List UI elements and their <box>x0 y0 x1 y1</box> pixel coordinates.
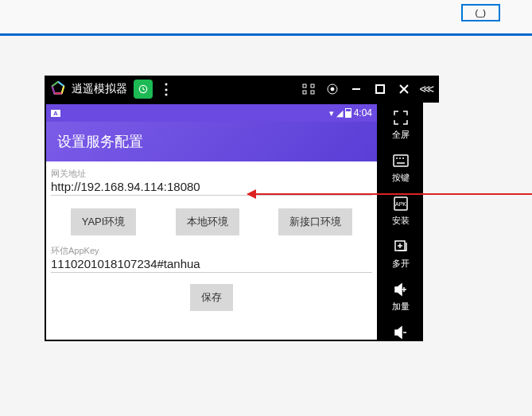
volume-down-button[interactable] <box>392 324 410 341</box>
gateway-value[interactable]: http://192.168.94.114:18080 <box>51 180 372 193</box>
emulator-titlebar: 逍遥模拟器 ⋮ <<< <box>45 76 439 103</box>
signal-icon: ◢ <box>336 108 343 119</box>
aspect-ratio-icon[interactable] <box>297 77 320 101</box>
svg-text:APK: APK <box>395 201 406 207</box>
target-icon[interactable] <box>320 77 344 101</box>
maximize-icon[interactable] <box>368 77 392 101</box>
app-header: 设置服务配置 <box>46 122 377 161</box>
close-icon[interactable] <box>392 77 416 101</box>
keys-button[interactable]: 按键 <box>392 152 410 184</box>
appkey-value[interactable]: 1110201018107234#tanhua <box>51 257 372 270</box>
status-clock: 4:04 <box>354 107 372 119</box>
local-env-button[interactable]: 本地环境 <box>176 208 239 235</box>
screenshot-container: 逍遥模拟器 ⋮ <<< A ▾ ◢ 4:04 <box>45 76 532 341</box>
svg-rect-8 <box>376 85 384 93</box>
svg-rect-1 <box>303 84 306 87</box>
gateway-label: 网关地址 <box>51 168 372 180</box>
wifi-icon: ▾ <box>329 108 334 119</box>
battery-icon <box>345 108 351 118</box>
more-menu-icon[interactable]: ⋮ <box>159 80 173 98</box>
svg-rect-3 <box>303 91 306 94</box>
refresh-button[interactable] <box>134 80 153 99</box>
parent-button[interactable]: (_) <box>461 4 500 21</box>
multi-icon <box>392 238 410 255</box>
svg-rect-4 <box>311 91 314 94</box>
yapi-env-button[interactable]: YAPI环境 <box>71 208 137 235</box>
emulator-logo-icon <box>49 80 67 98</box>
multi-instance-button[interactable]: 多开 <box>392 238 410 270</box>
parent-window-fragment: (_) <box>0 0 532 36</box>
svg-point-6 <box>331 87 334 91</box>
fullscreen-button[interactable]: 全屏 <box>392 109 410 141</box>
volume-up-button[interactable]: 加量 <box>392 281 410 313</box>
android-screen: A ▾ ◢ 4:04 设置服务配置 网关地址 http://192.168.94… <box>45 103 379 341</box>
appkey-label: 环信AppKey <box>51 245 372 257</box>
svg-rect-11 <box>394 155 408 166</box>
fullscreen-icon <box>392 109 410 126</box>
app-title: 设置服务配置 <box>57 132 143 151</box>
apk-icon: APK <box>392 195 410 212</box>
emulator-body: A ▾ ◢ 4:04 设置服务配置 网关地址 http://192.168.94… <box>45 103 439 341</box>
newapi-env-button[interactable]: 新接口环境 <box>278 208 352 235</box>
collapse-chevrons-icon[interactable]: <<< <box>419 83 432 95</box>
svg-rect-2 <box>311 84 314 87</box>
minimize-icon[interactable] <box>344 77 368 101</box>
volume-up-icon <box>392 281 410 298</box>
emulator-title: 逍遥模拟器 <box>72 82 127 96</box>
status-indicator: A <box>51 110 60 117</box>
annotation-arrow <box>254 193 532 195</box>
android-status-bar: A ▾ ◢ 4:04 <box>46 104 377 122</box>
volume-down-icon <box>392 324 410 341</box>
emulator-side-toolbar: 全屏 按键 APK 安装 多开 加量 <box>379 103 423 341</box>
save-button[interactable]: 保存 <box>190 284 233 311</box>
install-button[interactable]: APK 安装 <box>392 195 410 227</box>
keyboard-icon <box>392 152 410 169</box>
